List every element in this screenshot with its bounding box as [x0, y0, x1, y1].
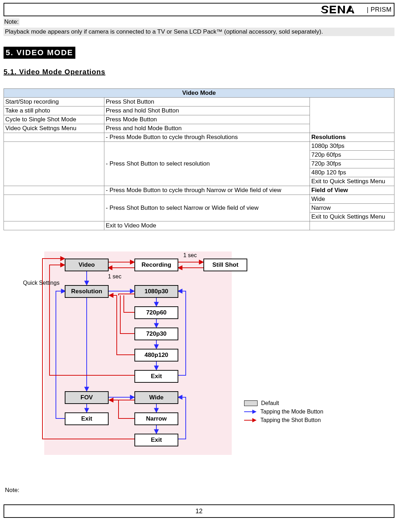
node-exit-menu: Exit — [65, 412, 109, 425]
table-cell-empty — [4, 186, 104, 195]
node-exit-fov: Exit — [134, 434, 178, 446]
sena-logo-icon — [320, 5, 366, 14]
table-cell: 720p 60fps — [310, 151, 394, 160]
legend-swatch-default — [244, 400, 258, 406]
table-cell: Exit to Quick Settings Menu — [310, 213, 394, 221]
label-1sec: 1 sec — [183, 252, 197, 259]
node-wide: Wide — [134, 391, 178, 404]
node-720p60: 720p60 — [134, 306, 178, 319]
table-cell: - Press Mode Button to cycle through Res… — [104, 133, 310, 142]
legend-shot: Tapping the Shot Button — [260, 417, 321, 423]
table-cell: Exit to Quick Settings Menu — [310, 177, 394, 186]
label-1sec: 1 sec — [108, 273, 121, 280]
table-cell: Press and hold Mode Button — [104, 124, 310, 133]
bottom-note: Note: — [5, 487, 394, 494]
table-cell: Start/Stop recording — [4, 98, 104, 106]
section-h5: 5. VIDEO MODE — [4, 47, 75, 59]
table-cell-empty — [310, 221, 394, 230]
label-quick-settings: Quick Settings — [23, 280, 59, 286]
table-cell: Video Quick Settngs Menu — [4, 124, 104, 133]
page-footer: 12 — [4, 504, 394, 518]
table-cell: Wide — [310, 195, 394, 204]
table-cell-empty — [4, 133, 104, 142]
page-number: 12 — [195, 508, 202, 515]
node-480p120: 480p120 — [134, 349, 178, 362]
legend-arrow-blue-icon — [244, 409, 257, 414]
node-still-shot: Still Shot — [203, 259, 247, 271]
legend-default: Default — [261, 400, 279, 406]
node-720p30: 720p30 — [134, 328, 178, 340]
table-cell-empty — [4, 142, 104, 186]
legend-arrow-red-icon — [244, 418, 257, 423]
node-fov: FOV — [65, 391, 109, 404]
table-cell: Take a still photo — [4, 106, 104, 115]
note-label: Note: — [4, 18, 19, 25]
section-h51: 5.1. Video Mode Operations — [4, 68, 394, 76]
flow-diagram: Video Recording Still Shot Resolution 10… — [28, 251, 325, 467]
table-cell: - Press Mode Button to cycle through Nar… — [104, 186, 310, 195]
table-cell: Resolutions — [310, 133, 394, 142]
note-body: Playback mode appears only if camera is … — [4, 28, 394, 36]
node-exit-res: Exit — [134, 370, 178, 383]
node-video: Video — [65, 259, 109, 271]
node-recording: Recording — [134, 259, 178, 271]
node-resolution: Resolution — [65, 285, 109, 298]
table-cell: Exit to Video Mode — [104, 221, 310, 230]
table-cell: 720p 30fps — [310, 160, 394, 168]
table-cell: Narrow — [310, 204, 394, 213]
table-title: Video Mode — [4, 89, 394, 98]
table-cell: 480p 120 fps — [310, 168, 394, 177]
video-mode-table: Video Mode Start/Stop recordingPress Sho… — [4, 88, 394, 230]
table-cell: Field of View — [310, 186, 394, 195]
table-cell-empty — [4, 195, 104, 221]
table-cell: 1080p 30fps — [310, 142, 394, 151]
header-prism: | PRISM — [367, 6, 392, 13]
node-1080p30: 1080p30 — [134, 285, 178, 298]
table-cell: Press Mode Button — [104, 115, 310, 124]
table-cell-empty — [4, 221, 104, 230]
legend-mode: Tapping the Mode Button — [260, 409, 323, 415]
table-cell: - Press Shot Button to select Narrow or … — [104, 195, 310, 221]
table-cell-empty — [310, 98, 394, 133]
node-narrow: Narrow — [134, 412, 178, 425]
page-header: | PRISM — [4, 3, 394, 16]
table-cell: Press Shot Button — [104, 98, 310, 106]
legend: Default Tapping the Mode Button Tapping … — [244, 400, 325, 426]
table-cell: Cycle to Single Shot Mode — [4, 115, 104, 124]
table-cell: Press and hold Shot Button — [104, 106, 310, 115]
table-cell: - Press Shot Button to select resolution — [104, 142, 310, 186]
